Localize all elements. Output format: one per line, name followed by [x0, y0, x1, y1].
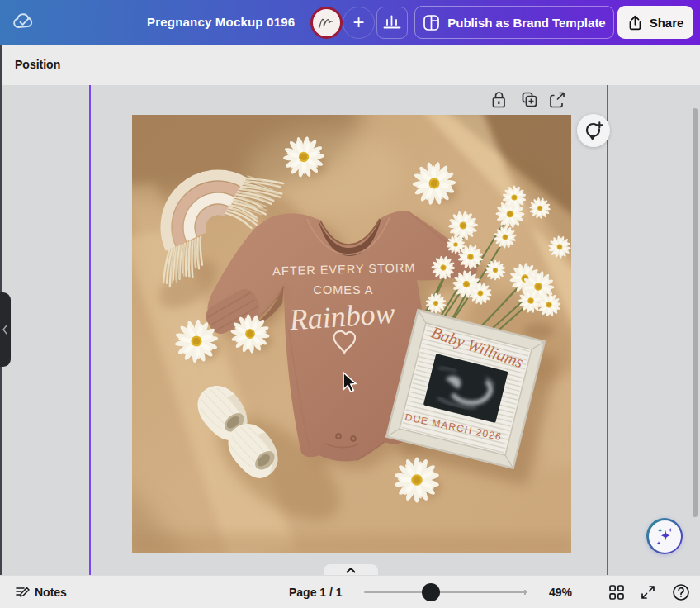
svg-text:COMES A: COMES A [313, 283, 373, 297]
